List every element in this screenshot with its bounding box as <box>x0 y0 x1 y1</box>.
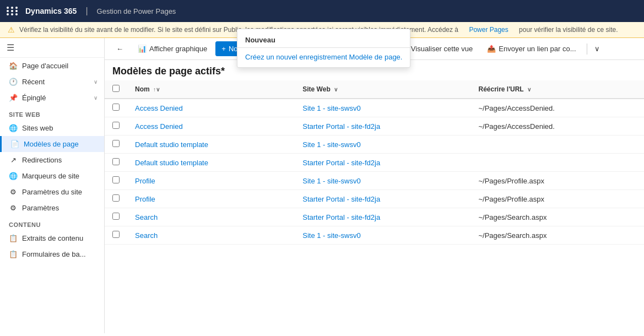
row-nom[interactable]: Default studio template <box>127 154 295 172</box>
title-separator: | <box>85 6 88 16</box>
sidebar-item-recent[interactable]: 🕐 Récent ∨ <box>0 74 104 90</box>
row-site-web[interactable]: Starter Portal - site-fd2ja <box>295 154 470 172</box>
site-web-link[interactable]: Site 1 - site-swsv0 <box>302 140 360 149</box>
sidebar-item-label: Formulaires de ba... <box>22 250 86 258</box>
sidebar-item-formulaires[interactable]: 📋 Formulaires de ba... <box>0 246 104 262</box>
dropdown-header: Nouveau <box>237 38 410 46</box>
select-all-col <box>105 80 127 99</box>
dropdown-create-item[interactable]: Créez un nouvel enregistrement Modèle de… <box>237 49 410 65</box>
row-checkbox-cell <box>105 117 127 136</box>
nom-link[interactable]: Default studio template <box>135 140 208 149</box>
row-url <box>470 136 644 154</box>
more-button[interactable]: ∨ <box>592 41 603 56</box>
sidebar-item-extraits[interactable]: 📋 Extraits de contenu <box>0 230 104 246</box>
row-url: ~/Pages/Search.aspx <box>470 226 644 245</box>
sidebar-item-parametres[interactable]: ⚙ Paramètres <box>0 200 104 216</box>
sort-url-icon: ∨ <box>527 86 531 93</box>
nom-link[interactable]: Access Denied <box>135 122 183 131</box>
sidebar-item-marqueurs[interactable]: 🌐 Marqueurs de site <box>0 168 104 184</box>
select-all-checkbox[interactable] <box>112 85 120 92</box>
row-site-web[interactable]: Starter Portal - site-fd2ja <box>295 190 470 208</box>
col-nom-label: Nom <box>135 85 150 93</box>
col-site-web[interactable]: Site Web ∨ <box>295 80 470 99</box>
home-icon: 🏠 <box>9 62 18 70</box>
sidebar-item-redirections[interactable]: ↗ Redirections <box>0 152 104 168</box>
plus-icon: + <box>221 45 226 53</box>
row-checkbox-cell <box>105 172 127 190</box>
sidebar-item-label: Paramètres du site <box>22 188 82 196</box>
row-nom[interactable]: Profile <box>127 190 295 208</box>
row-checkbox[interactable] <box>112 194 120 202</box>
sidebar: ☰ 🏠 Page d'accueil 🕐 Récent ∨ 📌 Épinglé … <box>0 38 105 333</box>
col-url[interactable]: Réécrire l'URL ∨ <box>470 80 644 99</box>
row-checkbox[interactable] <box>112 122 120 129</box>
table-row: Profile Site 1 - site-swsv0 ~/Pages/Prof… <box>105 172 644 190</box>
nom-link[interactable]: Profile <box>135 177 155 185</box>
row-nom[interactable]: Default studio template <box>127 136 295 154</box>
sidebar-item-label: Récent <box>22 78 45 86</box>
row-checkbox[interactable] <box>112 158 120 165</box>
nom-link[interactable]: Access Denied <box>135 104 183 112</box>
nom-link[interactable]: Search <box>135 231 158 240</box>
sidebar-item-sites-web[interactable]: 🌐 Sites web <box>0 120 104 136</box>
gear-icon: ⚙ <box>9 188 18 196</box>
row-nom[interactable]: Access Denied <box>127 117 295 136</box>
app-grid-icon[interactable] <box>7 7 19 15</box>
power-pages-link[interactable]: Power Pages <box>469 26 508 34</box>
sidebar-item-label: Épinglé <box>22 94 46 102</box>
section-contenu: Contenu <box>0 216 104 230</box>
row-site-web[interactable]: Site 1 - site-swsv0 <box>295 172 470 190</box>
site-web-link[interactable]: Starter Portal - site-fd2ja <box>302 122 380 131</box>
back-icon: ← <box>116 45 123 53</box>
site-web-link[interactable]: Site 1 - site-swsv0 <box>302 104 360 112</box>
row-site-web[interactable]: Site 1 - site-swsv0 <box>295 136 470 154</box>
globe2-icon: 🌐 <box>9 172 18 180</box>
app-subtitle: Gestion de Power Pages <box>97 7 176 15</box>
row-nom[interactable]: Profile <box>127 172 295 190</box>
row-nom[interactable]: Access Denied <box>127 99 295 117</box>
sort-site-icon: ∨ <box>334 86 338 93</box>
section-site-web: Site Web <box>0 106 104 120</box>
site-web-link[interactable]: Site 1 - site-swsv0 <box>302 177 360 185</box>
row-nom[interactable]: Search <box>127 208 295 226</box>
row-site-web[interactable]: Starter Portal - site-fd2ja <box>295 117 470 136</box>
share-button[interactable]: 📤 Envoyer un lien par co... <box>481 41 582 56</box>
site-web-link[interactable]: Starter Portal - site-fd2ja <box>302 159 380 167</box>
sidebar-item-modeles-page[interactable]: 📄 Modèles de page <box>0 136 104 152</box>
row-checkbox-cell <box>105 99 127 117</box>
site-web-link[interactable]: Starter Portal - site-fd2ja <box>302 195 380 203</box>
row-site-web[interactable]: Starter Portal - site-fd2ja <box>295 208 470 226</box>
sidebar-top: ☰ <box>0 38 104 58</box>
col-nom[interactable]: Nom ↑∨ <box>127 80 295 99</box>
nom-link[interactable]: Profile <box>135 195 155 203</box>
sidebar-item-label: Marqueurs de site <box>22 172 79 180</box>
row-site-web[interactable]: Site 1 - site-swsv0 <box>295 226 470 245</box>
clock-icon: 🕐 <box>9 78 18 86</box>
back-button[interactable]: ← <box>110 41 129 56</box>
sidebar-item-page-accueil[interactable]: 🏠 Page d'accueil <box>0 58 104 74</box>
show-chart-button[interactable]: 📊 Afficher graphique <box>132 41 213 56</box>
nom-link[interactable]: Default studio template <box>135 159 208 167</box>
hamburger-icon[interactable]: ☰ <box>7 42 14 53</box>
new-dropdown-popup: Nouveau Créez un nouvel enregistrement M… <box>237 38 410 68</box>
sidebar-item-label: Paramètres <box>22 204 59 212</box>
table-row: Access Denied Site 1 - site-swsv0 ~/Page… <box>105 99 644 117</box>
table-row: Search Site 1 - site-swsv0 ~/Pages/Searc… <box>105 226 644 245</box>
row-site-web[interactable]: Site 1 - site-swsv0 <box>295 99 470 117</box>
main-layout: ☰ 🏠 Page d'accueil 🕐 Récent ∨ 📌 Épinglé … <box>0 38 644 333</box>
row-checkbox[interactable] <box>112 104 120 111</box>
row-checkbox[interactable] <box>112 213 120 220</box>
row-nom[interactable]: Search <box>127 226 295 245</box>
chart-icon: 📊 <box>138 45 147 53</box>
dropdown-divider <box>237 47 410 48</box>
sidebar-item-epingle[interactable]: 📌 Épinglé ∨ <box>0 90 104 106</box>
row-checkbox[interactable] <box>112 231 120 238</box>
site-web-link[interactable]: Starter Portal - site-fd2ja <box>302 213 380 221</box>
row-checkbox[interactable] <box>112 140 120 147</box>
nom-link[interactable]: Search <box>135 213 158 221</box>
sidebar-item-label: Extraits de contenu <box>22 234 83 242</box>
row-checkbox[interactable] <box>112 176 120 183</box>
site-web-link[interactable]: Site 1 - site-swsv0 <box>302 231 360 240</box>
row-checkbox-cell <box>105 136 127 154</box>
sidebar-item-parametres-site[interactable]: ⚙ Paramètres du site <box>0 184 104 200</box>
